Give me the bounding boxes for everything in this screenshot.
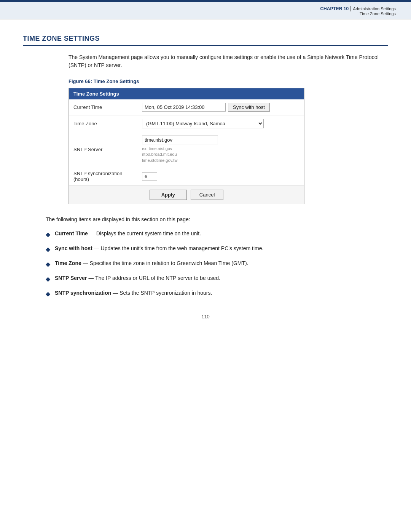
description-intro: The following items are displayed in thi… <box>46 216 388 224</box>
sntp-example-3: time.stdtime.gov.tw <box>142 158 177 163</box>
cancel-button[interactable]: Cancel <box>191 190 223 200</box>
sntp-sync-label: SNTP synchronization (hours) <box>69 167 137 186</box>
bullet-diamond-icon: ◆ <box>46 289 50 299</box>
page-number: – 110 – <box>23 314 388 320</box>
buttons-row: Apply Cancel <box>69 185 304 204</box>
list-item: ◆ Time Zone — Specifies the time zone in… <box>46 259 388 269</box>
bullet-list: ◆ Current Time — Displays the current sy… <box>46 230 388 299</box>
table-row: Current Time Sync with host <box>69 99 304 115</box>
main-content: Time Zone Settings The System Management… <box>0 19 411 342</box>
bullet-description: Displays the current system time on the … <box>96 230 201 236</box>
list-item: ◆ SNTP Server — The IP address or URL of… <box>46 274 388 284</box>
sntp-server-label: SNTP Server <box>69 132 137 167</box>
bullet-description: The IP address or URL of the NTP server … <box>95 275 220 281</box>
bullet-diamond-icon: ◆ <box>46 230 50 239</box>
settings-table: Current Time Sync with host Time Zone (G… <box>69 99 304 185</box>
time-zone-value-cell: (GMT-11:00) Midway Island, Samoa <box>137 115 304 132</box>
bullet-diamond-icon: ◆ <box>46 245 50 254</box>
bullet-separator: — <box>89 230 96 236</box>
table-row: SNTP synchronization (hours) <box>69 167 304 186</box>
bullet-text: Current Time — Displays the current syst… <box>55 230 201 238</box>
settings-table-container: Time Zone Settings Current Time Sync wit… <box>68 88 304 204</box>
bullet-term: Sync with host <box>55 245 92 251</box>
chapter-header: CHAPTER 10 | Administration Settings Tim… <box>0 2 411 19</box>
bullet-description: Updates the unit's time from the web man… <box>101 245 264 251</box>
table-row: Time Zone (GMT-11:00) Midway Island, Sam… <box>69 115 304 132</box>
sntp-sync-value-cell <box>137 167 304 186</box>
table-header: Time Zone Settings <box>69 88 304 99</box>
time-zone-select[interactable]: (GMT-11:00) Midway Island, Samoa <box>142 119 264 128</box>
sntp-server-container: ex: time.nist.gov ntp0.broad.mit.edu tim… <box>142 136 299 163</box>
bullet-description: Specifies the time zone in relation to G… <box>90 260 249 266</box>
bullet-text: Time Zone — Specifies the time zone in r… <box>55 259 249 267</box>
current-time-label: Current Time <box>69 99 137 115</box>
apply-button[interactable]: Apply <box>150 190 187 200</box>
page-title: Time Zone Settings <box>23 35 388 46</box>
sntp-placeholder-text: ex: time.nist.gov ntp0.broad.mit.edu tim… <box>142 146 299 163</box>
bullet-term: SNTP Server <box>55 275 87 281</box>
header-section: Administration Settings <box>353 6 396 11</box>
header-separator: | <box>350 5 352 11</box>
sntp-server-input[interactable] <box>142 136 218 144</box>
bullet-term: Current Time <box>55 230 88 236</box>
list-item: ◆ Current Time — Displays the current sy… <box>46 230 388 239</box>
current-time-input[interactable] <box>142 103 226 112</box>
bullet-separator: — <box>94 245 101 251</box>
bullet-separator: — <box>88 275 95 281</box>
sntp-server-value-cell: ex: time.nist.gov ntp0.broad.mit.edu tim… <box>137 132 304 167</box>
bullet-diamond-icon: ◆ <box>46 275 50 284</box>
bullet-text: Sync with host — Updates the unit's time… <box>55 244 263 252</box>
bullet-term: SNTP synchronization <box>55 290 111 296</box>
table-row: SNTP Server ex: time.nist.gov ntp0.broad… <box>69 132 304 167</box>
sntp-example-2: ntp0.broad.mit.edu <box>142 152 177 157</box>
figure-caption: Figure 66: Time Zone Settings <box>68 78 388 84</box>
bullet-separator: — <box>113 290 119 296</box>
current-time-value-cell: Sync with host <box>137 99 304 115</box>
bullet-separator: — <box>83 260 90 266</box>
list-item: ◆ Sync with host — Updates the unit's ti… <box>46 244 388 254</box>
header-subsection: Time Zone Settings <box>15 11 396 16</box>
chapter-number: CHAPTER 10 <box>320 6 349 11</box>
bullet-description: Sets the SNTP sycnronization in hours. <box>119 290 212 296</box>
list-item: ◆ SNTP synchronization — Sets the SNTP s… <box>46 289 388 299</box>
sync-with-host-button[interactable]: Sync with host <box>228 103 270 112</box>
current-time-row: Sync with host <box>142 103 299 112</box>
bullet-term: Time Zone <box>55 260 81 266</box>
sntp-sync-input[interactable] <box>142 172 157 181</box>
sntp-example-1: ex: time.nist.gov <box>142 146 172 151</box>
time-zone-label: Time Zone <box>69 115 137 132</box>
intro-paragraph: The System Management page allows you to… <box>68 53 388 69</box>
bullet-text: SNTP synchronization — Sets the SNTP syc… <box>55 289 212 297</box>
bullet-text: SNTP Server — The IP address or URL of t… <box>55 274 220 282</box>
bullet-diamond-icon: ◆ <box>46 260 50 269</box>
